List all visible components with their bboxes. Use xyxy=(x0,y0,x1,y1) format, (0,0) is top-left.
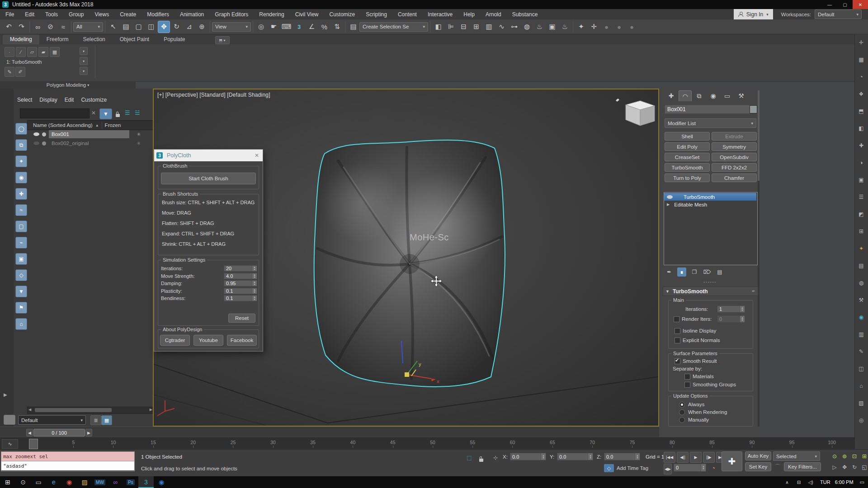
lock-explorer-icon[interactable] xyxy=(116,111,120,119)
make-unique-icon[interactable]: ❐ xyxy=(690,267,699,277)
display-helpers-icon[interactable]: ✚ xyxy=(15,188,27,200)
volume-icon[interactable]: ◁) xyxy=(806,476,816,488)
explorer-header[interactable]: Name (Sorted Ascending) ▲ Frozen xyxy=(27,120,154,130)
use-pivot-point-center-icon[interactable]: ◎ xyxy=(255,21,267,33)
visibility-eye-icon[interactable] xyxy=(33,132,39,136)
menu-item[interactable]: Customize xyxy=(324,9,361,19)
strip-icon[interactable]: ▥ xyxy=(857,330,866,339)
shell-button[interactable]: Shell xyxy=(665,132,710,141)
time-slider-handle[interactable]: 0 / 100 xyxy=(33,429,85,436)
table-row[interactable]: Box001 ✳ xyxy=(27,130,153,139)
ffd-2x2x2-button[interactable]: FFD 2x2x2 xyxy=(712,163,757,172)
strip-icon[interactable]: ◑ xyxy=(857,158,866,167)
opensubdiv-button[interactable]: OpenSubdiv xyxy=(712,153,757,161)
network-icon[interactable]: ⊟ xyxy=(794,476,804,488)
unlink-selection-icon[interactable]: ⊘ xyxy=(44,21,57,33)
name-column-header[interactable]: Name (Sorted Ascending) xyxy=(33,122,93,128)
filter-icon[interactable]: ▼ xyxy=(15,286,27,297)
display-groups-icon[interactable]: ▢ xyxy=(15,221,27,232)
strip-icon[interactable]: ◩ xyxy=(857,210,866,219)
display-all-icon[interactable]: ◯ xyxy=(15,123,27,135)
mw-app[interactable]: MW xyxy=(92,476,108,488)
youtube-button[interactable]: Youtube xyxy=(193,335,223,346)
close-button[interactable]: ✕ xyxy=(853,0,868,9)
minimize-button[interactable]: — xyxy=(822,0,837,9)
edit-poly-button[interactable]: Edit Poly xyxy=(665,142,710,151)
menu-item[interactable]: File xyxy=(0,9,19,19)
tab-populate[interactable]: Populate xyxy=(156,35,192,44)
render-iters-spinner[interactable]: 0▲▼ xyxy=(717,315,745,323)
home-icon[interactable]: ⌂ xyxy=(15,318,27,330)
go-to-start-button[interactable]: |◀◀ xyxy=(664,452,675,463)
menu-item[interactable]: Tools xyxy=(40,9,63,19)
selection-swatch-button[interactable] xyxy=(4,415,15,425)
isoline-display-checkbox[interactable] xyxy=(675,328,680,334)
angle-snap-icon[interactable]: ∠ xyxy=(306,21,318,33)
keyboard-shortcut-override-icon[interactable]: ⌨ xyxy=(280,21,292,33)
menu-item[interactable]: Scripting xyxy=(360,9,392,19)
file-explorer-app[interactable]: ▨ xyxy=(77,476,92,488)
menu-item[interactable]: Arnold xyxy=(480,9,507,19)
reset-button[interactable]: Reset xyxy=(228,314,255,323)
ribbon-small-icon[interactable]: ▾ xyxy=(80,67,88,75)
object-color-swatch[interactable] xyxy=(750,105,757,113)
create-tab-icon[interactable]: ✚ xyxy=(665,90,678,101)
mirror-icon[interactable]: ◧ xyxy=(432,21,444,33)
select-by-name-icon[interactable]: ▤ xyxy=(120,21,132,33)
explicit-normals-checkbox[interactable] xyxy=(675,338,680,343)
select-and-scale-icon[interactable]: ⊿ xyxy=(183,21,195,33)
turbosmooth-button[interactable]: TurboSmooth xyxy=(665,163,710,172)
pan-view-icon[interactable]: ✥ xyxy=(840,463,849,472)
edge-icon[interactable]: ∕ xyxy=(16,47,26,57)
workspace-dropdown[interactable]: Default xyxy=(815,9,862,19)
cloud-render-icon[interactable]: ● xyxy=(626,21,638,33)
materials-checkbox[interactable] xyxy=(684,374,690,380)
named-selection-set-dropdown[interactable]: Create Selection Se xyxy=(359,22,428,32)
param-spinner[interactable]: 0.95 ▲▼ xyxy=(224,280,257,286)
strip-icon[interactable]: ▧ xyxy=(857,399,866,408)
display-bones-icon[interactable]: ⌁ xyxy=(15,237,27,249)
menu-item[interactable]: Rendering xyxy=(254,9,289,19)
strip-icon[interactable]: ▦ xyxy=(857,55,866,64)
visibility-eye-icon[interactable] xyxy=(33,141,39,145)
param-spinner[interactable]: 0.1 ▲▼ xyxy=(224,288,257,294)
symmetry-button[interactable]: Symmetry xyxy=(712,142,757,151)
auto-key-button[interactable]: Auto Key xyxy=(745,451,771,460)
reference-coordinate-dropdown[interactable]: View xyxy=(212,22,251,32)
max-app[interactable]: 3 xyxy=(138,476,154,488)
track-bar[interactable]: ∿ 05101520253035404550556065707580859095… xyxy=(0,437,854,450)
command-panel-scrollbar[interactable] xyxy=(758,90,760,427)
task-view-button[interactable]: ▭ xyxy=(31,476,46,488)
notification-icon[interactable]: ▭ xyxy=(860,479,864,485)
scroll-left-icon[interactable]: ◀ xyxy=(28,408,31,412)
modeling-tool-icon[interactable]: ✎ xyxy=(5,67,14,77)
listener-macro-line[interactable]: max zoomext sel xyxy=(1,452,134,461)
cgtrader-button[interactable]: Cgtrader xyxy=(160,335,190,346)
display-containers-icon[interactable]: ▣ xyxy=(15,253,27,265)
y-coordinate-field[interactable]: 0.0▲▼ xyxy=(557,453,593,460)
undo-icon[interactable]: ↶ xyxy=(3,21,15,33)
select-object-icon[interactable]: ↖ xyxy=(107,21,119,33)
display-shapes-icon[interactable]: ◇ xyxy=(15,269,27,281)
param-spinner[interactable]: 4.0 ▲▼ xyxy=(224,273,257,279)
set-keys-button[interactable]: ✚ xyxy=(722,451,742,471)
sign-in-button[interactable]: Sign In ▾ xyxy=(734,9,773,19)
chrome-app[interactable]: ◉ xyxy=(61,476,77,488)
strip-icon[interactable]: ⌂ xyxy=(857,381,866,390)
rectangular-selection-region-icon[interactable]: ▢ xyxy=(132,21,145,33)
explorer-menu-item[interactable]: Customize xyxy=(77,95,110,105)
absolute-mode-icon[interactable]: ⊹ xyxy=(491,453,500,462)
smoothing-groups-checkbox[interactable] xyxy=(684,382,690,388)
cloud-render-icon[interactable]: ● xyxy=(600,21,613,33)
grid-view-icon[interactable]: ▦ xyxy=(101,415,112,425)
tab-object-paint[interactable]: Object Paint xyxy=(113,35,156,44)
remove-modifier-icon[interactable]: ⌦ xyxy=(703,267,712,277)
strip-icon[interactable]: ◔ xyxy=(857,72,866,81)
orbit-icon[interactable]: ↻ xyxy=(850,463,859,472)
ribbon-small-icon[interactable]: ▾ xyxy=(80,47,88,55)
render-production-icon[interactable]: ♨ xyxy=(559,21,571,33)
hierarchy-view-icon[interactable]: ☰ xyxy=(125,109,130,116)
zoom-region-icon[interactable]: ▷ xyxy=(830,463,839,472)
zoom-all-icon[interactable]: ⊚ xyxy=(840,452,849,461)
tab-selection[interactable]: Selection xyxy=(75,35,112,44)
